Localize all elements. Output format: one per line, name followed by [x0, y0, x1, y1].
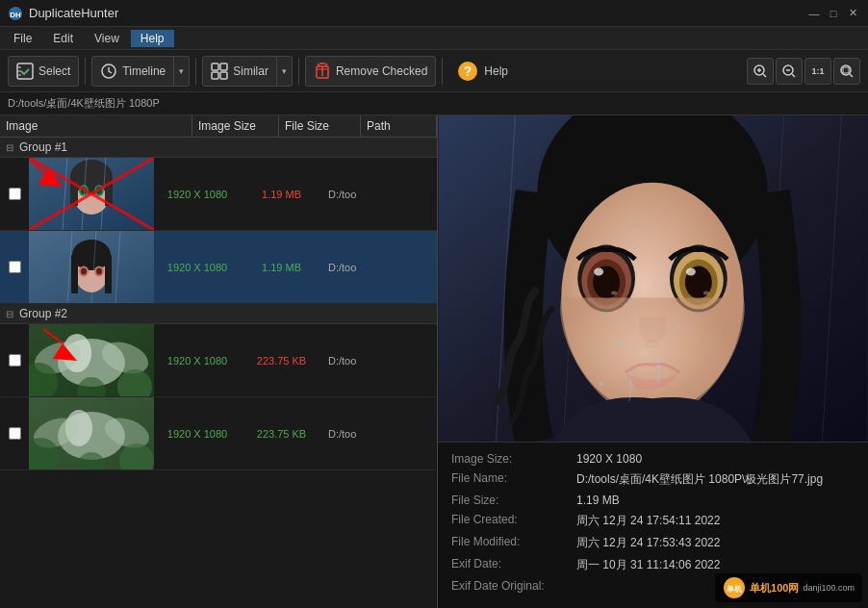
menu-edit[interactable]: Edit: [43, 30, 83, 47]
remove-checked-label: Remove Checked: [336, 64, 427, 78]
separator-1: [85, 58, 86, 85]
value-filesize: 1.19 MB: [576, 494, 620, 507]
row-4-path: D:/too: [322, 428, 437, 440]
menu-help[interactable]: Help: [131, 30, 174, 47]
app-icon: DH: [8, 6, 23, 21]
svg-rect-7: [220, 72, 227, 79]
zoom-in-button[interactable]: [747, 58, 774, 85]
watermark-text: 单机100网: [750, 581, 799, 595]
row-3-thumb: [29, 324, 154, 396]
svg-rect-35: [105, 255, 112, 293]
table-row[interactable]: 1920 X 1080 1.19 MB D:/too: [0, 231, 437, 304]
maximize-button[interactable]: □: [826, 6, 841, 21]
info-row-exifdate: Exif Date: 周一 10月 31 11:14:06 2022: [451, 557, 855, 573]
value-exifdate: 周一 10月 31 11:14:06 2022: [576, 557, 720, 573]
svg-rect-6: [212, 72, 218, 79]
row-2-checkbox[interactable]: [0, 261, 29, 273]
similar-button[interactable]: Similar: [202, 56, 277, 87]
col-header-filesize: File Size: [279, 115, 361, 137]
toolbar: Select Timeline ▾ Similar ▾: [0, 50, 868, 92]
preview-image: [438, 115, 868, 442]
table-row[interactable]: 1920 X 1080 1.19 MB D:/too: [0, 158, 437, 231]
remove-checked-icon: [314, 63, 331, 80]
close-button[interactable]: ✕: [845, 6, 860, 21]
zoom-fit-button[interactable]: [833, 58, 860, 85]
help-label: Help: [484, 64, 508, 78]
svg-rect-4: [212, 63, 218, 70]
row-1-thumb: [29, 158, 154, 230]
svg-point-82: [703, 291, 709, 294]
similar-group: Similar ▾: [202, 56, 293, 87]
group-2-header: ⊟ Group #2: [0, 304, 437, 324]
preview-area: [438, 115, 868, 442]
row-3-filesize: 223.75 KB: [241, 355, 322, 367]
value-filecreated: 周六 12月 24 17:54:11 2022: [576, 513, 720, 529]
zoom-controls: 1:1: [747, 58, 860, 85]
row-3-checkbox[interactable]: [0, 354, 29, 367]
help-icon: ?: [456, 60, 479, 83]
label-filename: File Name:: [451, 471, 576, 488]
label-exifdateorig: Exif Date Original:: [451, 579, 576, 593]
timeline-icon: [100, 63, 117, 80]
label-imagesize: Image Size:: [451, 452, 576, 466]
row-3-dimensions: 1920 X 1080: [154, 355, 241, 367]
timeline-group: Timeline ▾: [91, 56, 190, 87]
timeline-label: Timeline: [122, 64, 166, 78]
table-row[interactable]: 1920 X 1080 223.75 KB D:/too: [0, 397, 437, 470]
minimize-button[interactable]: —: [806, 6, 822, 21]
title-bar-controls: — □ ✕: [806, 6, 860, 21]
label-filesize: File Size:: [451, 494, 576, 507]
checkbox-2[interactable]: [9, 261, 21, 273]
main-content: Image Image Size File Size Path ⊟ Group …: [0, 115, 868, 608]
remove-checked-button[interactable]: Remove Checked: [305, 56, 436, 87]
group-1-header: ⊟ Group #1: [0, 138, 437, 158]
row-4-checkbox[interactable]: [0, 427, 29, 440]
select-icon: [16, 63, 34, 80]
checkbox-3[interactable]: [9, 354, 21, 367]
group-2-collapse[interactable]: ⊟: [6, 309, 13, 319]
value-filemodified: 周六 12月 24 17:53:43 2022: [576, 535, 720, 551]
row-2-path: D:/too: [322, 262, 437, 273]
svg-point-85: [677, 325, 679, 328]
zoom-in-icon: [753, 63, 768, 79]
svg-rect-14: [843, 67, 849, 73]
svg-point-38: [81, 268, 87, 275]
table-header: Image Image Size File Size Path: [0, 115, 437, 138]
col-header-imagesize: Image Size: [192, 115, 279, 137]
row-1-filesize: 1.19 MB: [241, 189, 322, 200]
row-1-checkbox[interactable]: [0, 188, 29, 200]
checkbox-4[interactable]: [9, 427, 21, 440]
table-row[interactable]: 1920 X 1080 223.75 KB D:/too: [0, 324, 437, 397]
title-bar-left: DH DuplicateHunter: [8, 6, 118, 21]
menu-file[interactable]: File: [4, 30, 41, 47]
separator-2: [195, 58, 196, 85]
info-row-filecreated: File Created: 周六 12月 24 17:54:11 2022: [451, 513, 855, 529]
svg-text:单机: 单机: [727, 585, 743, 594]
select-button[interactable]: Select: [8, 56, 79, 87]
svg-point-39: [96, 268, 102, 275]
row-2-dimensions: 1920 X 1080: [154, 262, 241, 273]
svg-point-75: [594, 268, 603, 276]
watermark: 单机 单机100网 danji100.com: [715, 573, 862, 602]
similar-label: Similar: [233, 64, 268, 78]
row-3-path: D:/too: [322, 355, 437, 367]
menu-view[interactable]: View: [85, 30, 129, 47]
left-panel[interactable]: Image Image Size File Size Path ⊟ Group …: [0, 115, 438, 608]
label-filemodified: File Modified:: [451, 535, 576, 551]
similar-dropdown[interactable]: ▾: [277, 56, 293, 87]
svg-rect-34: [71, 255, 78, 293]
info-row-filename: File Name: D:/tools/桌面/4K壁纸图片 1080P\极光图片…: [451, 471, 855, 488]
checkbox-1[interactable]: [9, 188, 21, 200]
row-1-path: D:/too: [322, 189, 437, 200]
row-1-dimensions: 1920 X 1080: [154, 189, 241, 200]
thumb-1-image: [29, 158, 154, 230]
zoom-1to1-button[interactable]: 1:1: [804, 58, 831, 85]
timeline-button[interactable]: Timeline: [91, 56, 174, 87]
timeline-dropdown[interactable]: ▾: [174, 56, 190, 87]
thumb-3-image: [29, 324, 154, 396]
row-2-thumb: [29, 231, 154, 303]
zoom-out-button[interactable]: [776, 58, 803, 85]
help-button[interactable]: ? Help: [448, 56, 516, 87]
group-1-collapse[interactable]: ⊟: [6, 142, 13, 153]
path-bar: D:/tools/桌面/4K壁纸图片 1080P: [0, 92, 868, 115]
